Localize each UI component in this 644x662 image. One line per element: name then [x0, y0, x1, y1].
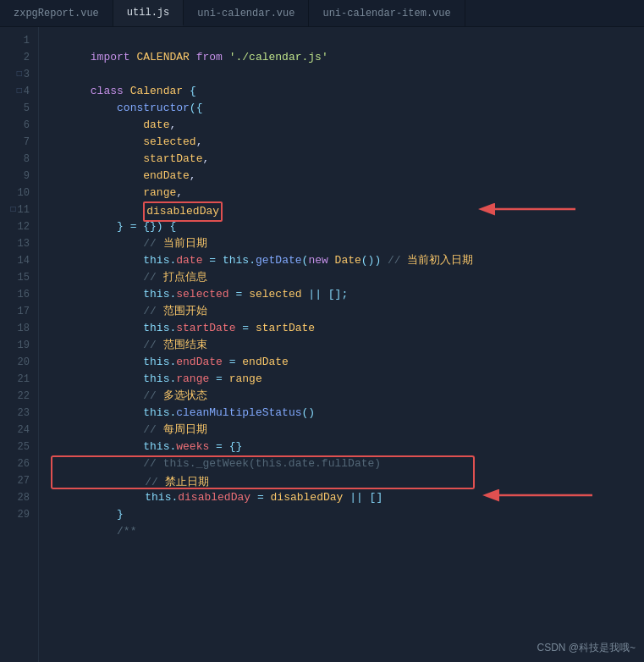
- code-line-15: this.selected = selected || [];: [51, 269, 644, 286]
- code-line-13: this.date = this.getDate(new Date()) // …: [51, 235, 644, 252]
- ln-23: 23: [0, 405, 38, 422]
- code-line-25: // this._getWeek(this.date.fullDate): [51, 439, 644, 455]
- code-line-10: disabledDay: [51, 185, 644, 201]
- code-line-29: /**: [51, 506, 644, 523]
- line-numbers: 1 2 □3 □4 5 6 7 8 9 10 □11 12 13 14 15 1…: [0, 27, 39, 662]
- code-line-1: import CALENDAR from './calendar.js': [51, 32, 644, 49]
- tab-bar: zxpgReport.vue util.js uni-calendar.vue …: [0, 0, 644, 27]
- ln-9: 9: [0, 168, 38, 185]
- code-line-27: this.disabledDay = disabledDay || []: [51, 472, 475, 489]
- code-line-2: [51, 49, 644, 66]
- tab-zxpg[interactable]: zxpgReport.vue: [0, 0, 113, 26]
- ln-8: 8: [0, 151, 38, 168]
- code-line-11: } = {}) {: [51, 201, 644, 218]
- code-line-22: this.cleanMultipleStatus(): [51, 388, 644, 405]
- ln-12: 12: [0, 218, 38, 235]
- ln-28: 28: [0, 489, 38, 506]
- tab-uni-calendar-item[interactable]: uni-calendar-item.vue: [309, 0, 465, 26]
- ln-21: 21: [0, 371, 38, 388]
- code-line-9: range,: [51, 168, 644, 185]
- ln-26: 26: [0, 455, 38, 472]
- code-line-23: // 每周日期: [51, 405, 644, 422]
- ln-5: 5: [0, 100, 38, 117]
- code-line-20: this.range = range: [51, 354, 644, 371]
- ln-29: 29: [0, 506, 38, 523]
- watermark: CSDN @科技是我哦~: [537, 641, 636, 655]
- code-line-14: // 打点信息: [51, 252, 644, 269]
- code-line-26: // 禁止日期: [51, 455, 475, 472]
- tab-util[interactable]: util.js: [113, 0, 184, 26]
- ln-18: 18: [0, 320, 38, 337]
- code-line-19: this.endDate = endDate: [51, 337, 644, 354]
- ln-16: 16: [0, 286, 38, 303]
- ln-6: 6: [0, 117, 38, 134]
- ln-11: □11: [0, 201, 38, 218]
- ln-20: 20: [0, 354, 38, 371]
- code-line-24: this.weeks = {}: [51, 422, 644, 439]
- ln-15: 15: [0, 269, 38, 286]
- ln-10: 10: [0, 185, 38, 201]
- code-area: 1 2 □3 □4 5 6 7 8 9 10 □11 12 13 14 15 1…: [0, 27, 644, 662]
- ln-7: 7: [0, 134, 38, 151]
- code-line-18: // 范围结束: [51, 320, 644, 337]
- code-line-16: // 范围开始: [51, 286, 644, 303]
- ln-3: □3: [0, 66, 38, 83]
- ln-2: 2: [0, 49, 38, 66]
- code-line-12: // 当前日期: [51, 218, 644, 235]
- code-line-4: constructor({: [51, 83, 644, 100]
- ln-27: 27: [0, 472, 38, 489]
- code-line-17: this.startDate = startDate: [51, 303, 644, 320]
- ln-24: 24: [0, 422, 38, 439]
- ln-22: 22: [0, 388, 38, 405]
- ln-19: 19: [0, 337, 38, 354]
- code-line-28: }: [51, 489, 644, 506]
- tab-uni-calendar[interactable]: uni-calendar.vue: [184, 0, 309, 26]
- code-line-21: // 多选状态: [51, 371, 644, 388]
- code-line-7: startDate,: [51, 134, 644, 151]
- code-content: import CALENDAR from './calendar.js' cla…: [39, 27, 644, 662]
- ln-1: 1: [0, 32, 38, 49]
- code-line-6: selected,: [51, 117, 644, 134]
- ln-14: 14: [0, 252, 38, 269]
- code-line-3: class Calendar {: [51, 66, 644, 83]
- code-line-8: endDate,: [51, 151, 644, 168]
- ln-17: 17: [0, 303, 38, 320]
- ln-4: □4: [0, 83, 38, 100]
- ln-25: 25: [0, 439, 38, 455]
- ln-13: 13: [0, 235, 38, 252]
- code-line-5: date,: [51, 100, 644, 117]
